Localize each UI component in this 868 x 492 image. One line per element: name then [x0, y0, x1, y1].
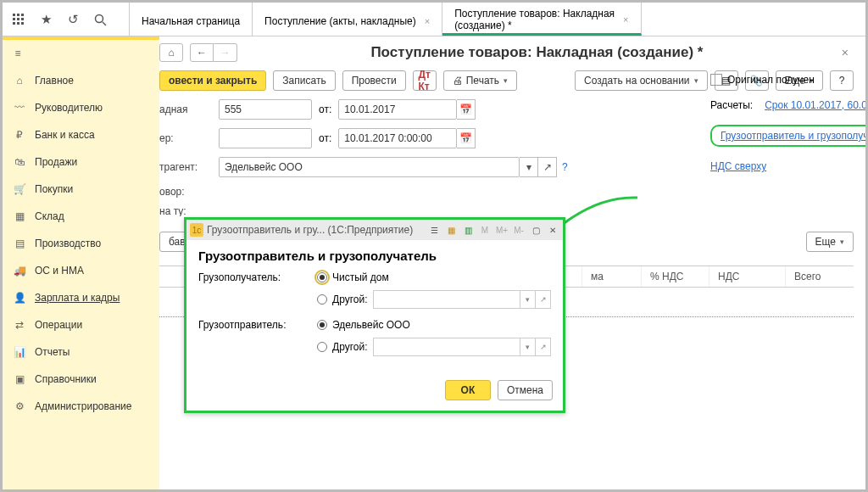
calculations-link[interactable]: Срок 10.01.2017, 60.01, 60.02, зачет ава… [765, 99, 865, 111]
sidebar-item-fixed-assets[interactable]: 🚚ОС и НМА [3, 257, 159, 284]
original-received-checkbox[interactable]: Оригинал получен [710, 74, 865, 86]
number-label: адная [159, 103, 219, 115]
dialog-titlebar: 1c Грузоотправитель и гру... (1С:Предпри… [186, 220, 563, 240]
ok-button[interactable]: ОК [445, 380, 491, 400]
sidebar-item-salary[interactable]: 👤Зарплата и кадры [3, 284, 159, 311]
consignee-default-radio[interactable] [317, 272, 327, 282]
svg-rect-7 [17, 22, 19, 25]
window-icon[interactable]: ▦ [444, 223, 458, 237]
sidebar-item-bank[interactable]: ₽Банк и касса [3, 121, 159, 148]
shipper-consignee-link[interactable]: Грузоотправитель и грузополучатель [710, 125, 865, 147]
sidebar-item-stock[interactable]: ▦Склад [3, 203, 159, 230]
consignee-default-value: Чистый дом [332, 271, 389, 283]
person-icon: 👤 [13, 291, 26, 305]
org-input[interactable] [219, 128, 312, 148]
sidebar-item-label: Покупки [35, 183, 73, 195]
sidebar-item-label: Производство [35, 238, 101, 249]
create-based-button[interactable]: Создать на основании [575, 70, 708, 91]
maximize-icon[interactable]: ▢ [529, 223, 542, 237]
sidebar-item-production[interactable]: ▤Производство [3, 230, 159, 257]
close-icon[interactable]: ✕ [546, 223, 559, 237]
sidebar-item-label: Главное [35, 75, 74, 87]
sidebar-menu-button[interactable]: ≡ [3, 40, 159, 67]
datetime-input[interactable]: 10.01.2017 0:00:00 [338, 128, 457, 148]
truck-icon: 🚚 [13, 264, 26, 277]
home-button[interactable]: ⌂ [159, 43, 183, 62]
sidebar-item-label: Отчеты [35, 346, 70, 358]
sidebar-item-label: Продажи [35, 156, 77, 168]
close-icon[interactable]: × [623, 14, 628, 25]
history-icon[interactable]: ↺ [65, 12, 81, 27]
sidebar-item-sales[interactable]: 🛍Продажи [3, 148, 159, 176]
sidebar-item-reports[interactable]: 📊Отчеты [3, 338, 159, 366]
print-button[interactable]: 🖨Печать [443, 70, 517, 91]
svg-rect-5 [21, 18, 24, 20]
tab-receipts[interactable]: Поступление (акты, накладные)× [253, 3, 442, 36]
sidebar-item-operations[interactable]: ⇄Операции [3, 311, 159, 338]
sidebar-item-purchases[interactable]: 🛒Покупки [3, 176, 159, 203]
from-label-2: от: [319, 132, 331, 144]
svg-rect-1 [17, 14, 19, 16]
cancel-button[interactable]: Отмена [498, 380, 553, 400]
window-icon[interactable]: ▥ [461, 223, 475, 237]
calculations-label: Расчеты: [710, 99, 753, 111]
open-icon[interactable]: ↗ [538, 157, 557, 177]
forward-button[interactable]: → [214, 43, 237, 62]
star-icon[interactable]: ★ [38, 12, 53, 27]
tab-goods-receipt[interactable]: Поступление товаров: Накладная(создание)… [442, 3, 641, 36]
shipper-default-radio[interactable] [317, 320, 327, 330]
contragent-input[interactable]: Эдельвейс ООО [219, 157, 520, 177]
operations-icon: ⇄ [13, 318, 26, 332]
sidebar-item-admin[interactable]: ⚙Администрирование [3, 393, 159, 420]
tab-label: Поступление товаров: Накладная(создание)… [454, 8, 615, 31]
help-link[interactable]: ? [562, 161, 568, 173]
consignee-other-radio[interactable] [317, 294, 327, 305]
doc-title: Поступление товаров: Накладная (создание… [244, 44, 830, 61]
back-button[interactable]: ← [190, 43, 214, 62]
search-icon[interactable] [92, 12, 108, 27]
number-input[interactable]: 555 [219, 99, 312, 120]
write-button[interactable]: Записать [273, 70, 335, 91]
consignee-other-input[interactable]: ▾↗ [373, 290, 552, 309]
post-and-close-button[interactable]: овести и закрыть [159, 70, 266, 91]
sidebar-item-catalogs[interactable]: ▣Справочники [3, 366, 159, 393]
book-icon: ▣ [13, 372, 26, 386]
other-label: Другой: [332, 294, 368, 305]
date-input[interactable]: 10.01.2017 [338, 99, 457, 120]
shipper-consignee-dialog: 1c Грузоотправитель и гру... (1С:Предпри… [184, 217, 565, 413]
sidebar-item-manager[interactable]: 〰Руководителю [3, 94, 159, 121]
post-button[interactable]: Провести [342, 70, 406, 91]
sidebar-item-main[interactable]: ⌂Главное [3, 67, 159, 94]
other-label: Другой: [332, 341, 368, 353]
window-icon[interactable]: ☰ [427, 223, 441, 237]
mplus-icon[interactable]: M+ [495, 223, 509, 237]
factory-icon: ▤ [13, 237, 26, 250]
svg-rect-0 [13, 14, 15, 16]
calendar-icon[interactable]: 📅 [457, 99, 476, 120]
shipper-other-input[interactable]: ▾↗ [373, 338, 552, 356]
close-icon[interactable]: × [425, 16, 430, 26]
sidebar-item-label: Зарплата и кадры [35, 292, 120, 304]
vat-mode-link[interactable]: НДС сверху [710, 160, 766, 172]
doc-header: ⌂ ← → Поступление товаров: Накладная (со… [159, 43, 854, 62]
bag-icon: 🛍 [13, 155, 26, 169]
dropdown-icon[interactable]: ▾ [520, 157, 538, 177]
sidebar-item-label: Администрирование [35, 400, 131, 412]
tab-home[interactable]: Начальная страница [130, 3, 253, 36]
close-button[interactable]: × [837, 46, 854, 59]
table-more-button[interactable]: Еще [806, 232, 854, 252]
shipper-default-value: Эдельвейс ООО [332, 319, 410, 331]
contract-label: овор: [159, 186, 219, 198]
mminus-icon[interactable]: M- [512, 223, 526, 237]
dt-kt-button[interactable]: ДтКт [413, 70, 437, 91]
home-icon: ⌂ [13, 74, 26, 87]
m-icon[interactable]: M [478, 223, 492, 237]
svg-rect-4 [17, 18, 19, 20]
shipper-other-radio[interactable] [317, 342, 327, 352]
apps-icon[interactable] [11, 12, 26, 27]
sidebar-item-label: Склад [35, 210, 64, 222]
menu-icon: ≡ [11, 47, 25, 60]
calendar-icon[interactable]: 📅 [457, 128, 476, 148]
dialog-window-title: Грузоотправитель и гру... (1С:Предприяти… [207, 224, 413, 236]
gear-icon: ⚙ [13, 400, 26, 413]
